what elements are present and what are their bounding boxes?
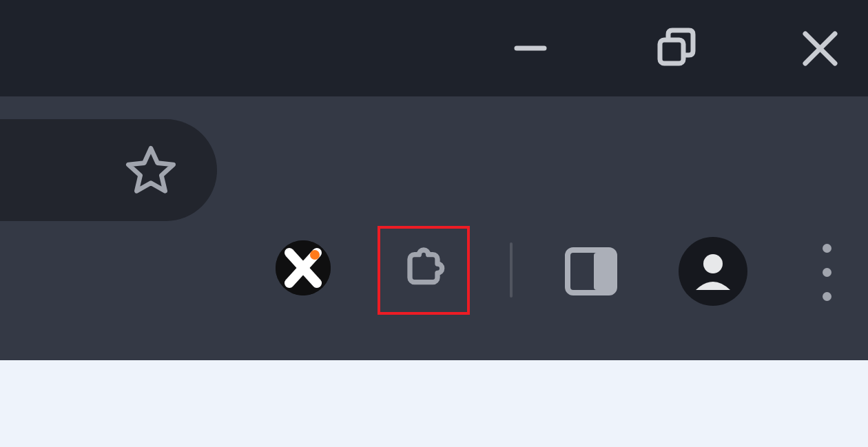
close-button[interactable]	[799, 28, 840, 69]
pinned-extension-button[interactable]	[276, 240, 331, 295]
page-content	[0, 360, 868, 447]
maximize-button[interactable]	[654, 28, 696, 69]
close-icon	[801, 30, 839, 67]
profile-button[interactable]	[679, 237, 747, 306]
maximize-icon	[654, 28, 696, 69]
puzzle-piece-icon	[396, 243, 451, 298]
svg-point-5	[310, 250, 320, 260]
browser-toolbar	[0, 96, 868, 251]
side-panel-icon	[565, 247, 617, 295]
x-extension-icon	[276, 240, 331, 295]
toolbar-separator	[510, 242, 513, 298]
svg-rect-1	[660, 40, 683, 63]
minimize-icon	[513, 31, 548, 65]
browser-menu-button[interactable]	[813, 238, 840, 306]
kebab-dot-icon	[823, 244, 831, 253]
kebab-dot-icon	[823, 292, 831, 301]
window-titlebar	[0, 0, 868, 96]
kebab-dot-icon	[823, 268, 831, 277]
svg-point-8	[703, 254, 723, 273]
bookmark-button[interactable]	[123, 143, 178, 198]
side-panel-button[interactable]	[564, 244, 619, 299]
profile-avatar-icon	[689, 247, 737, 295]
minimize-button[interactable]	[510, 28, 551, 69]
star-icon	[123, 143, 178, 198]
address-bar-end	[0, 119, 217, 221]
extensions-button[interactable]	[378, 226, 470, 315]
svg-rect-7	[594, 253, 613, 290]
